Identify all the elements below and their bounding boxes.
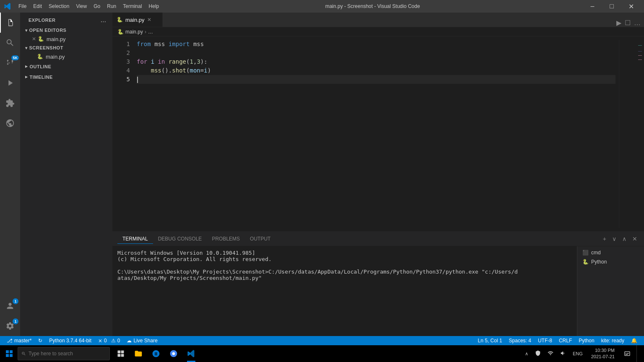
status-liveshare[interactable]: ☁ Live Share <box>123 336 161 345</box>
status-kite[interactable]: kite: ready <box>598 336 628 345</box>
sync-icon: ↻ <box>38 338 42 344</box>
maximize-button[interactable]: □ <box>602 0 621 13</box>
activity-bar: 5K 1 1 <box>0 13 20 336</box>
screenshot-section[interactable]: ▾ Screenshot <box>20 44 112 52</box>
taskbar-search[interactable] <box>18 347 110 360</box>
activity-settings[interactable]: 1 <box>0 316 20 336</box>
minimap-content: — — — — <box>638 43 642 62</box>
systray-volume[interactable] <box>558 349 569 358</box>
status-branch[interactable]: ⎇ master* <box>3 336 35 345</box>
close-icon[interactable]: ✕ <box>32 36 36 42</box>
status-spaces[interactable]: Spaces: 4 <box>506 336 535 345</box>
activity-run[interactable] <box>0 73 20 93</box>
python-terminal-icon: 🐍 <box>582 259 589 265</box>
open-editor-mainpy[interactable]: ✕ 🐍 main.py <box>20 34 112 44</box>
terminal-tab-output[interactable]: OUTPUT <box>245 234 275 244</box>
source-control-badge: 5K <box>11 55 19 60</box>
timeline-section: ▸ TIMELINE <box>20 72 112 82</box>
terminal-tab-terminal[interactable]: TERMINAL <box>117 234 153 244</box>
minimize-button[interactable]: – <box>583 0 602 13</box>
activity-extensions[interactable] <box>0 93 20 113</box>
error-count: 0 <box>104 338 107 344</box>
show-desktop-button[interactable] <box>636 345 642 362</box>
terminal-close-button[interactable]: ✕ <box>631 235 639 243</box>
tab-mainpy[interactable]: 🐍 main.py ✕ <box>112 13 163 27</box>
menu-file[interactable]: File <box>15 0 30 13</box>
system-clock[interactable]: 10:30 PM 2021-07-21 <box>588 347 618 360</box>
timeline-header[interactable]: ▸ TIMELINE <box>20 72 112 81</box>
terminal-output[interactable]: Microsoft Windows [Version 10.0.19041.98… <box>112 246 577 336</box>
tab-filename: main.py <box>125 17 145 23</box>
status-eol[interactable]: CRLF <box>556 336 575 345</box>
terminal-tab-debug[interactable]: DEBUG CONSOLE <box>153 234 207 244</box>
taskbar-task-view[interactable] <box>112 345 129 362</box>
terminal-panel: TERMINAL DEBUG CONSOLE PROBLEMS OUTPUT +… <box>112 231 644 336</box>
taskbar-chrome[interactable] <box>165 345 182 362</box>
activity-source-control[interactable]: 5K <box>0 53 20 73</box>
menu-bar[interactable]: File Edit Selection View Go Run Terminal… <box>15 0 162 13</box>
status-python[interactable]: Python 3.7.4 64-bit <box>46 336 95 345</box>
tab-close-button[interactable]: ✕ <box>147 17 151 23</box>
terminal-maximize-button[interactable]: ∧ <box>621 235 628 243</box>
action-center-button[interactable] <box>619 345 636 362</box>
terminal-instance-cmd[interactable]: ⬛ cmd <box>577 248 644 257</box>
terminal-line-2: (c) Microsoft Corporation. All rights re… <box>117 256 572 262</box>
systray-eng[interactable]: ENG <box>570 350 585 357</box>
breadcrumb-filename[interactable]: main.py <box>125 29 143 35</box>
window-controls[interactable]: – □ ✕ <box>583 0 641 13</box>
svg-rect-2 <box>6 354 9 357</box>
kw-in: in <box>158 57 165 66</box>
taskbar-explorer[interactable] <box>130 345 147 362</box>
search-input[interactable] <box>29 351 106 357</box>
editor-tabs: 🐍 main.py ✕ ▶ ☐ … <box>112 13 644 27</box>
activity-remote[interactable] <box>0 113 20 133</box>
new-terminal-button[interactable]: + <box>601 235 608 243</box>
terminal-actions: + ∨ ∧ ✕ <box>601 235 639 243</box>
code-content[interactable]: from mss import mss for i in <box>133 40 619 228</box>
code-line-4: mss (). shot ( mon = i ) <box>137 66 615 75</box>
activity-accounts[interactable]: 1 <box>0 296 20 316</box>
branch-name: master* <box>14 338 31 344</box>
systray-expand[interactable]: ∧ <box>522 350 531 357</box>
warning-icon: ⚠ <box>111 338 116 344</box>
open-editors-section[interactable]: ▾ Open Editors <box>20 26 112 34</box>
status-language[interactable]: Python <box>575 336 597 345</box>
start-button[interactable] <box>2 346 17 361</box>
new-file-button[interactable]: … <box>100 16 108 24</box>
taskbar-store[interactable] <box>148 345 164 362</box>
more-actions-button[interactable]: … <box>634 19 641 27</box>
sidebar-actions[interactable]: … <box>100 16 108 24</box>
terminal-chevron-button[interactable]: ∨ <box>610 235 618 243</box>
code-editor[interactable]: 1 2 3 4 5 from mss import mss <box>112 36 644 231</box>
breadcrumb-rest[interactable]: … <box>148 29 153 35</box>
outline-header[interactable]: ▸ OUTLINE <box>20 62 112 71</box>
svg-rect-6 <box>118 354 121 357</box>
menu-run[interactable]: Run <box>104 0 119 13</box>
menu-go[interactable]: Go <box>90 0 104 13</box>
close-button[interactable]: ✕ <box>621 0 641 13</box>
cmd-icon: ⬛ <box>582 250 589 256</box>
run-button[interactable]: ▶ <box>616 19 621 27</box>
split-editor-button[interactable]: ☐ <box>625 19 631 27</box>
activity-search[interactable] <box>0 33 20 53</box>
status-ln-col[interactable]: Ln 5, Col 1 <box>475 336 506 345</box>
menu-help[interactable]: Help <box>145 0 163 13</box>
status-bar: ⎇ master* ↻ Python 3.7.4 64-bit ⨯ 0 ⚠ 0 … <box>0 336 644 345</box>
menu-view[interactable]: View <box>73 0 90 13</box>
systray-network[interactable] <box>545 349 556 358</box>
screenshot-mainpy[interactable]: 🐍 main.py <box>20 52 112 61</box>
menu-terminal[interactable]: Terminal <box>119 0 145 13</box>
terminal-instance-python[interactable]: 🐍 Python <box>577 257 644 266</box>
activity-explorer[interactable] <box>0 13 20 33</box>
menu-edit[interactable]: Edit <box>30 0 45 13</box>
systray-shield[interactable] <box>532 349 543 358</box>
terminal-tab-problems[interactable]: PROBLEMS <box>207 234 245 244</box>
settings-badge: 1 <box>13 318 18 324</box>
terminal-line-3 <box>117 262 572 269</box>
menu-selection[interactable]: Selection <box>45 0 73 13</box>
taskbar-vscode[interactable] <box>183 345 200 362</box>
status-errors[interactable]: ⨯ 0 ⚠ 0 <box>95 336 123 345</box>
status-encoding[interactable]: UTF-8 <box>535 336 556 345</box>
status-notifications[interactable]: 🔔 <box>628 336 641 345</box>
status-sync[interactable]: ↻ <box>35 336 46 345</box>
